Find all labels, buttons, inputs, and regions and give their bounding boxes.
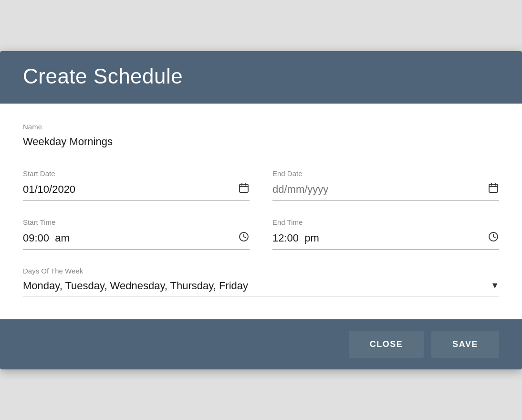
date-row: Start Date End Date [23,169,499,201]
dialog-body: Name Start Date [0,104,522,319]
calendar-icon-end[interactable] [488,182,499,197]
end-date-field: End Date [272,169,499,201]
days-field: Days Of The Week Monday, Tuesday, Wednes… [23,267,499,296]
days-label: Days Of The Week [23,267,499,275]
svg-line-10 [244,237,246,238]
start-time-field: Start Time [23,218,250,250]
start-time-wrapper [23,231,250,250]
svg-rect-0 [240,184,248,192]
time-row: Start Time End Time [23,218,499,250]
start-date-input[interactable] [23,183,238,196]
dialog-title: Create Schedule [23,64,499,88]
svg-line-13 [493,237,495,238]
dialog-footer: CLOSE SAVE [0,319,522,369]
svg-rect-4 [489,184,498,192]
close-button[interactable]: CLOSE [349,331,424,358]
end-time-input[interactable] [272,232,488,244]
name-label: Name [23,123,499,131]
clock-icon-start[interactable] [238,231,250,245]
chevron-down-icon[interactable]: ▼ [491,281,499,291]
end-date-label: End Date [272,169,499,178]
create-schedule-dialog: Create Schedule Name Start Date [0,51,522,369]
save-button[interactable]: SAVE [431,331,499,358]
start-time-label: Start Time [23,218,250,226]
name-input[interactable] [23,136,499,148]
end-time-label: End Time [272,218,499,226]
start-date-label: Start Date [23,169,250,178]
dialog-header: Create Schedule [0,51,522,104]
end-time-field: End Time [272,218,499,250]
days-select-wrapper[interactable]: Monday, Tuesday, Wednesday, Thursday, Fr… [23,280,499,296]
calendar-icon-start[interactable] [238,182,250,197]
start-date-wrapper [23,182,250,201]
start-date-field: Start Date [23,169,250,201]
end-date-wrapper [272,182,499,201]
name-field: Name [23,123,499,152]
days-select-value: Monday, Tuesday, Wednesday, Thursday, Fr… [23,280,491,292]
start-time-input[interactable] [23,232,238,244]
end-date-input[interactable] [272,183,488,196]
clock-icon-end[interactable] [488,231,499,245]
end-time-wrapper [272,231,499,250]
name-input-wrapper [23,136,499,152]
